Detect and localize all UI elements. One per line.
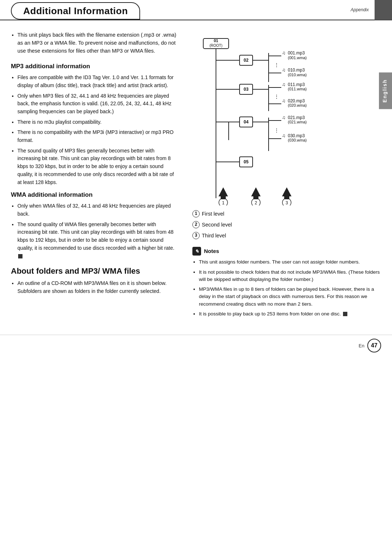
level-1-item: 1 First level xyxy=(192,209,381,219)
level-labels: 1 First level 2 Second level 3 Third lev… xyxy=(192,209,381,240)
tab-corner-decoration xyxy=(375,0,392,20)
stop-symbol xyxy=(343,312,347,316)
footer: En 47 xyxy=(0,335,392,356)
wma-section-bullets: Only when WMA files of 32, 44.1 and 48 k… xyxy=(11,202,178,260)
svg-text:010.mp3: 010.mp3 xyxy=(288,68,305,73)
wma-bullet: The sound quality of WMA files generally… xyxy=(17,221,178,260)
svg-text:(ROOT): (ROOT) xyxy=(209,44,222,48)
header-right: Appendix xyxy=(140,0,392,20)
folders-section-title: About folders and MP3/ WMA files xyxy=(11,266,178,276)
level-1-circle: 1 xyxy=(192,210,200,217)
mp3-bullet: The sound quality of MP3 files generally… xyxy=(17,147,178,186)
wma-section-title: WMA additional information xyxy=(11,191,178,199)
folders-section: About folders and MP3/ WMA files An outl… xyxy=(11,266,178,295)
level-2-circle: 2 xyxy=(192,221,200,228)
svg-text:⋮: ⋮ xyxy=(274,62,279,68)
note-bullet: MP3/WMA files in up to 8 tiers of folder… xyxy=(199,286,381,308)
svg-text:1: 1 xyxy=(222,200,225,205)
notes-header: ✎ Notes xyxy=(192,247,381,256)
svg-text:04: 04 xyxy=(244,119,249,125)
level-2-item: 2 Second level xyxy=(192,220,381,229)
english-tab: English xyxy=(379,73,392,109)
left-column: This unit plays back files with the file… xyxy=(11,31,189,320)
wma-bullet: Only when WMA files of 32, 44.1 and 48 k… xyxy=(17,202,178,218)
mp3-bullet: Files are compatible with the ID3 Tag Ve… xyxy=(17,74,178,89)
svg-text:2: 2 xyxy=(255,200,257,205)
svg-text:03: 03 xyxy=(244,87,249,92)
appendix-label: Appendix xyxy=(351,7,369,12)
intro-bullet: This unit plays back files with the file… xyxy=(17,31,178,55)
svg-text:♫: ♫ xyxy=(282,133,286,138)
svg-text:020.mp3: 020.mp3 xyxy=(288,98,305,103)
svg-marker-51 xyxy=(219,187,228,196)
mp3-section-bullets: Files are compatible with the ID3 Tag Ve… xyxy=(11,74,178,186)
svg-text:01: 01 xyxy=(214,38,218,43)
svg-text:♫: ♫ xyxy=(282,67,286,73)
svg-text:⋮: ⋮ xyxy=(274,127,279,133)
stop-symbol xyxy=(18,254,23,258)
footer-page-number: 47 xyxy=(367,339,381,352)
intro-section: This unit plays back files with the file… xyxy=(11,31,178,55)
svg-text:02: 02 xyxy=(244,58,249,63)
note-bullet: This unit assigns folder numbers. The us… xyxy=(199,258,381,266)
svg-text:(010.wma): (010.wma) xyxy=(288,73,307,77)
svg-text:(020.wma): (020.wma) xyxy=(288,103,307,107)
wma-section: WMA additional information Only when WMA… xyxy=(11,191,178,260)
svg-text:⋮: ⋮ xyxy=(274,94,279,99)
folder-diagram-svg: 01 (ROOT) 02 ♫ 001.mp3 (001.wma) xyxy=(192,31,348,205)
mp3-bullet: There is no m3u playlist compatibility. xyxy=(17,118,178,126)
note-icon: ✎ xyxy=(192,247,201,256)
svg-text:05: 05 xyxy=(244,159,249,164)
level-3-label: Third level xyxy=(202,231,226,240)
svg-marker-55 xyxy=(282,187,291,196)
note-bullet: It is not possible to check folders that… xyxy=(199,269,381,283)
mp3-section-title: MP3 additional information xyxy=(11,63,178,70)
folders-section-bullet: An outline of a CD-ROM with MP3/WMA file… xyxy=(11,279,178,295)
svg-text:011.mp3: 011.mp3 xyxy=(288,82,305,87)
level-3-item: 3 Third level xyxy=(192,231,381,240)
svg-text:030.mp3: 030.mp3 xyxy=(288,133,305,138)
page-title: Additional Information xyxy=(23,5,128,17)
mp3-section: MP3 additional information Files are com… xyxy=(11,63,178,186)
note-bullet: It is possible to play back up to 253 it… xyxy=(199,310,381,318)
footer-en-label: En xyxy=(359,343,364,348)
svg-text:(021.wma): (021.wma) xyxy=(288,120,307,124)
svg-text:(001.wma): (001.wma) xyxy=(288,56,307,60)
notes-section: ✎ Notes This unit assigns folder numbers… xyxy=(192,247,381,318)
right-column: 01 (ROOT) 02 ♫ 001.mp3 (001.wma) xyxy=(189,31,381,320)
svg-text:♫: ♫ xyxy=(282,82,286,87)
svg-text:♫: ♫ xyxy=(282,50,286,56)
svg-text:3: 3 xyxy=(286,200,288,205)
folder-diagram: 01 (ROOT) 02 ♫ 001.mp3 (001.wma) xyxy=(192,31,381,205)
mp3-bullet: Only when MP3 files of 32, 44.1 and 48 k… xyxy=(17,92,178,116)
svg-text:♫: ♫ xyxy=(282,115,286,120)
level-2-label: Second level xyxy=(202,220,232,229)
folders-bullet: An outline of a CD-ROM with MP3/WMA file… xyxy=(17,279,178,295)
level-1-label: First level xyxy=(202,209,224,219)
notes-title: Notes xyxy=(204,247,219,256)
title-box: Additional Information xyxy=(11,2,140,20)
notes-bullets: This unit assigns folder numbers. The us… xyxy=(192,258,381,318)
svg-text:021.mp3: 021.mp3 xyxy=(288,115,305,120)
mp3-bullet: There is no compatibility with the MP3i … xyxy=(17,128,178,144)
svg-text:(030.wma): (030.wma) xyxy=(288,138,307,142)
svg-text:(011.wma): (011.wma) xyxy=(288,87,307,91)
svg-text:♫: ♫ xyxy=(282,98,286,103)
svg-marker-53 xyxy=(251,187,261,196)
level-3-circle: 3 xyxy=(192,232,200,239)
header-bar: Additional Information Appendix xyxy=(0,0,392,20)
main-content: This unit plays back files with the file… xyxy=(0,20,392,327)
svg-text:001.mp3: 001.mp3 xyxy=(288,50,305,56)
